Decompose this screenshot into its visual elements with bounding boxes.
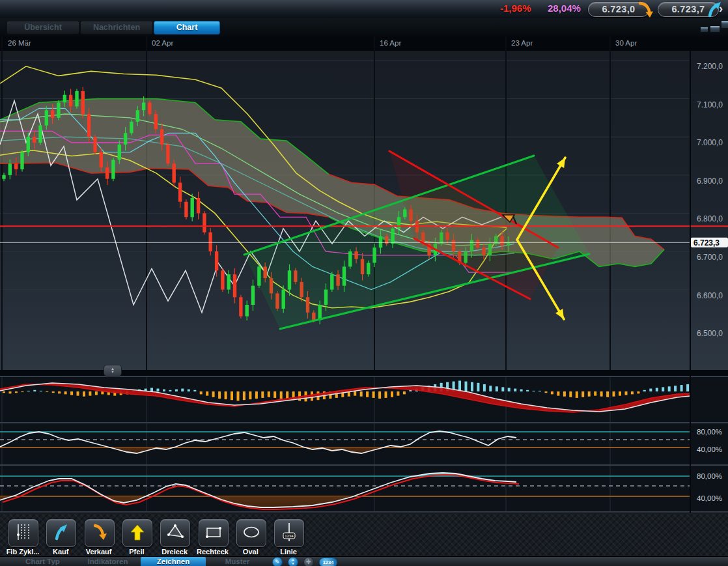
more-chevron-icon[interactable]: › [719,2,723,16]
numbers-badge-icon[interactable]: 1234 [319,558,337,566]
price-axis-label: 6.800,0 [697,214,723,223]
view-tab-row: Übersicht Nachrichten Chart [0,18,728,36]
tool-label: Oval [231,548,271,556]
osc2-40-label: 40,00% [697,494,722,502]
tab-indikatoren[interactable]: Indikatoren [77,557,139,566]
top-price-bar: -1,96% 28,04% 6.723,0 6.723,7 › [0,0,728,19]
tool-label: Kauf [40,548,81,556]
svg-text:1234: 1234 [285,534,294,538]
current-price-tag-text: 6.723,3 [693,238,720,248]
maximize-window-icon[interactable] [710,25,720,33]
drawing-toolbar: Fib Zykl... Kauf Verkauf Pfeil Dreieck R… [0,513,728,557]
tool-arrow-up-button[interactable] [122,519,152,547]
sell-arrow-icon [91,523,108,544]
tool-rectangle-button[interactable] [199,519,229,547]
bottom-tab-bar: Chart Typ Indikatoren Zeichnen Muster ✎ … [0,556,728,566]
osc1-80-label: 80,00% [697,428,722,436]
date-axis-label: 30 Apr [615,39,637,47]
buy-arrow-icon [53,523,70,544]
date-axis-label: 02 Apr [152,39,173,47]
tool-triangle-button[interactable] [160,519,190,547]
tab-zeichnen[interactable]: Zeichnen [141,557,206,566]
crosshair-icon[interactable]: ✛ [303,557,314,566]
price-axis-label: 7.100,0 [697,100,723,109]
triangle-icon [166,523,184,544]
secondary-percent: 28,04% [548,3,581,14]
tab-muster[interactable]: Muster [210,557,265,566]
price-axis-label: 7.200,0 [697,62,723,71]
pencil-icon[interactable]: ✎ [272,557,283,566]
tool-oval-button[interactable] [236,519,266,547]
tool-label: Rechteck [193,548,233,556]
tab-nachrichten[interactable]: Nachrichten [80,21,153,35]
collapse-down-icon: ▼ [111,371,115,374]
tool-buy-arrow-button[interactable] [46,519,76,547]
price-axis-label: 6.500,0 [697,329,723,338]
tab-chart-typ[interactable]: Chart Typ [12,557,74,566]
arrow-up-icon [129,523,146,544]
price-axis-label: 7.000,0 [697,138,723,147]
change-percent: -1,96% [500,3,531,14]
osc2-80-label: 80,00% [697,472,722,480]
minimize-window-icon[interactable] [700,27,708,33]
price-axis-label: 6.700,0 [697,253,723,262]
tool-line-button[interactable]: 1234 [274,519,304,547]
sell-price: 6.723,0 [602,4,635,14]
tool-label: Fib Zykl... [3,548,43,556]
sell-swoosh-down-icon [637,1,653,18]
oval-icon [242,523,261,544]
osc1-40-label: 40,00% [697,446,722,453]
updown-icon[interactable]: ▲▼ [288,557,298,566]
fib-cycles-icon [15,523,32,544]
price-axis-label: 6.600,0 [697,291,723,300]
rectangle-icon [204,523,223,544]
tab-uebersicht[interactable]: Übersicht [7,21,79,35]
sell-price-button[interactable]: 6.723,0 [588,2,649,17]
date-axis-label: 26 Mär [8,39,31,47]
date-axis-label: 16 Apr [380,39,401,47]
tab-chart[interactable]: Chart [154,21,220,35]
buy-price-button[interactable]: 6.723,7 [658,2,719,17]
price-chart-canvas[interactable]: 7.200,07.100,07.000,06.900,06.800,06.700… [0,36,728,513]
restore-window-icon[interactable] [721,20,728,29]
tool-label: Dreieck [154,548,195,556]
tool-label: Linie [268,548,309,556]
panel-collapse-button[interactable]: ▲ ▼ [104,365,122,376]
buy-price: 6.723,7 [671,4,705,14]
trading-app-window: -1,96% 28,04% 6.723,0 6.723,7 › Übersich… [0,0,728,566]
tool-label: Pfeil [117,548,157,556]
tool-label: Verkauf [79,548,119,556]
date-axis-label: 23 Apr [511,39,533,47]
tool-sell-arrow-button[interactable] [85,519,115,547]
price-axis-label: 6.900,0 [697,177,723,186]
line-icon: 1234 [280,522,298,545]
tool-fib-cycles-button[interactable] [8,519,38,547]
